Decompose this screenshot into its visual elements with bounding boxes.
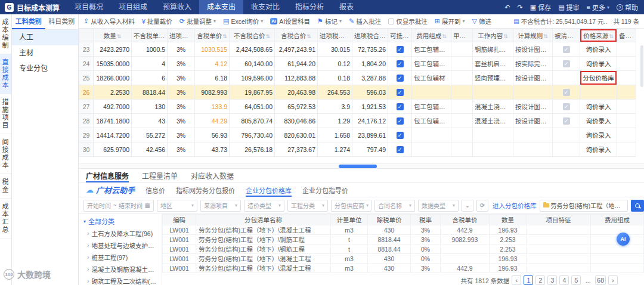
cell-deductible[interactable]: ✓ [388,85,412,100]
toolbar-price-button[interactable]: ¥批量载价 [142,17,172,26]
column-header[interactable]: 含税单价⇅ [195,29,230,42]
bottom-tab[interactable]: 对应收入数据 [191,169,234,182]
column-header[interactable]: 被清单引用⇅ [553,29,580,42]
bottom-table-row[interactable]: LW001劳务分包(结构)工程（地下）\钢筋工程t8818.440%2.253 [163,244,644,254]
bottom-table-row[interactable]: LW001劳务分包(结构)工程（地下）\钢筋工程t8818.443%9082.9… [163,235,644,244]
deductible-checkbox[interactable]: ✓ [397,132,404,139]
category-item[interactable]: 人工 [12,30,78,45]
bottom-table-row[interactable]: LW001劳务分包(结构)工程（地下）\混凝土工程m34303%442.9196… [163,264,644,273]
toolbar-import-button[interactable]: ⇪从收入导入材料 [83,17,135,26]
deductible-checkbox[interactable]: ✓ [397,146,404,153]
enter-price-library-link[interactable]: 进入分包价格库 [493,201,537,210]
column-header[interactable]: 价格来源⇅ [580,29,617,42]
filter-select[interactable]: 地区▾ [157,200,197,212]
cell-deductible[interactable]: ✓ [388,128,412,142]
deductible-checkbox[interactable]: ✓ [397,60,404,67]
top-menu-item[interactable]: 报表 [332,0,361,14]
deductible-checkbox[interactable]: ✓ [397,89,404,96]
cell-cited[interactable]: ✓ [553,42,580,57]
more-button[interactable]: ≡更多▾ [587,2,609,12]
bottom-table-row[interactable]: LW001劳务分包(结构)工程（地下）\混凝土工程m34303%442.9196… [163,225,644,235]
page-button[interactable]: 68 [595,275,606,285]
cited-checkbox[interactable]: ✓ [563,117,570,125]
left-nav-item[interactable]: 措施项目 [0,94,11,134]
cell-cited[interactable]: ✓ [553,100,580,114]
category-item[interactable]: 主材 [12,45,78,61]
cell-cited[interactable] [553,128,580,142]
collapse-filters-button[interactable]: ⌄ [462,200,473,212]
tree-item[interactable]: ›土石方及降水工程(96) [79,227,162,239]
cell-deductible[interactable]: ✓ [388,71,412,85]
column-header[interactable]: 进项税单价⇅ [318,29,352,42]
column-header[interactable]: 计算规则⇅ [513,29,553,42]
cited-checkbox[interactable]: ✓ [563,60,570,67]
cited-checkbox[interactable]: ✓ [563,46,570,53]
top-menu-item[interactable]: 预算收入 [155,0,199,14]
toolbar-flag-button[interactable]: ⚑标记▾ [317,17,342,26]
page-button[interactable]: 4 [559,275,569,285]
left-nav-item[interactable]: 税金 [0,174,11,199]
scrollbar-thumb[interactable] [339,165,377,168]
page-button[interactable]: 1 [524,275,533,285]
assistant-tab[interactable]: 信息价 [145,183,165,197]
cited-checkbox[interactable]: ✓ [563,103,570,110]
deductible-checkbox[interactable]: ✓ [397,75,404,82]
bottom-tab[interactable]: 工程量清单 [142,169,178,182]
bottom-column-header[interactable]: 编码 [163,215,196,225]
tree-item[interactable]: ›桩基工程(97) [79,251,162,263]
tree-header[interactable]: ▾ 全部分类 [79,215,162,227]
cell-deductible[interactable]: ✓ [388,57,412,71]
deductible-checkbox[interactable]: ✓ [397,103,404,110]
left-nav-item[interactable]: 成本编制 [0,14,11,54]
tree-item[interactable]: ›地基处理与边坡支护工程(75) [79,239,162,251]
left-nav-item[interactable]: 间接成本 [0,134,11,174]
filter-select[interactable]: 造价类型▾ [244,200,284,212]
column-header[interactable]: 不含税单价⇅ [132,29,168,42]
left-nav-item[interactable]: 直接成本 [0,54,11,94]
table-row[interactable]: 2518266.000063%6.18109,596.00112,883.880… [79,71,636,85]
filter-select[interactable]: 数据类型▾ [418,200,459,212]
cited-checkbox[interactable]: ✓ [563,89,570,96]
bottom-tab[interactable]: 广材信息服务 [86,169,129,182]
table-row[interactable]: 232423.29701000.53%1030.5152,424,508.652… [79,42,636,57]
column-header[interactable]: 进项税合价⇅ [352,29,388,42]
table-row[interactable]: 2415035.000043%4.1260,140.0061,944.200.1… [79,57,636,71]
assistant-tab[interactable]: 企业分包指导价 [302,183,348,197]
top-menu-item[interactable]: 收支对比 [243,0,287,14]
bottom-column-header[interactable]: 费用组成 [591,215,644,225]
table-row[interactable]: 2914414.720055.2723%56.93796,730.40820,6… [79,128,636,142]
category-tab[interactable]: 工料类别 [12,14,45,29]
filter-select[interactable]: 合同名称▾ [374,200,415,212]
redo-icon[interactable]: ↷ [518,4,523,11]
toolbar-expand-button[interactable]: ⊞展开到▾ [435,17,465,26]
tree-item[interactable]: ›混凝土及钢筋混凝土工程(3453) [79,263,162,275]
show-annotation-checkbox[interactable] [388,18,394,24]
deductible-checkbox[interactable]: ✓ [397,46,404,53]
top-menu-item[interactable]: 指标分析 [287,0,332,14]
cell-cited[interactable] [553,71,580,85]
column-header[interactable]: 可抵扣⇅ [388,29,412,42]
cell-cited[interactable]: ✓ [553,57,580,71]
category-tab[interactable]: 科目类别 [45,14,79,29]
library-path[interactable]: 劳务分包(结构)工程（地下） [540,200,628,212]
bottom-column-header[interactable]: 除税单价 [368,215,411,225]
vertical-scrollbar[interactable] [640,45,643,87]
cell-deductible[interactable]: ✓ [388,42,412,57]
toolbar-ai-button[interactable]: AIAI设置科目 [270,17,310,26]
column-header[interactable]: 甲供材⇅ [451,29,473,42]
filter-select[interactable]: 分包供应商▾ [331,200,371,212]
page-button[interactable]: 2 [535,275,545,285]
column-header[interactable]: 备注⇅ [617,29,636,42]
bottom-table-row[interactable]: LW001劳务分包(结构)工程（地下）\混凝土工程m34300%196.93 [163,254,644,264]
top-menu-item[interactable]: 项目组成 [111,0,155,14]
horizontal-scrollbar[interactable] [79,163,644,168]
prev-page-button[interactable]: ‹ [512,275,521,285]
save-button[interactable]: ▣保存 [530,2,551,12]
deductible-checkbox[interactable]: ✓ [397,117,404,125]
assistant-tab[interactable]: 指标网劳务分包报价 [176,183,235,197]
left-nav-item[interactable]: 成本汇总 [0,199,11,238]
toolbar-checkbox-button[interactable]: 仅显示批注 [388,17,428,26]
table-row[interactable]: 2818741.1800433%44.29805,870.74830,046.8… [79,114,636,128]
toolbar-filter-button[interactable]: ▽筛选 [472,17,491,26]
ai-assistant-button[interactable]: AI [617,233,630,246]
